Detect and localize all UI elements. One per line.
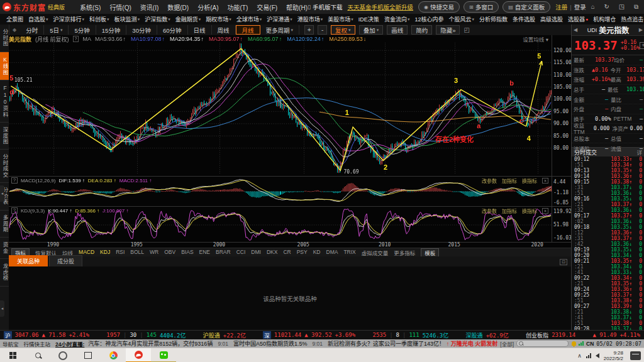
next-symbol-button[interactable]: ▶ (639, 27, 643, 33)
menu-item[interactable]: 行情(Q) (109, 3, 131, 12)
sidebar-tab-多周期[interactable]: 多周期 (0, 211, 9, 238)
start-button[interactable] (0, 348, 25, 362)
period-tab-15分钟[interactable]: 15分钟 (96, 25, 127, 35)
menu-item[interactable]: 系统(S) (80, 3, 101, 12)
time-sales-list[interactable]: 09:12103.33↑0:51103.34↑009:13103.35↑009:… (572, 156, 644, 332)
news-headline[interactable]: 富时中国A50指数期货跌1.5% (233, 339, 308, 348)
indicator-template-button[interactable]: 模板 (421, 248, 439, 257)
indicator-DMA[interactable]: DMA (326, 249, 338, 256)
indicator-虚拟成交量[interactable]: 虚拟成交量 (362, 249, 389, 256)
nav-item-资金流向[interactable]: 资金流向▾ (384, 15, 410, 23)
indicator-PSY[interactable]: PSY (297, 249, 308, 256)
sidebar-tab-龙虎榜[interactable]: 龙虎榜 (0, 259, 9, 287)
add-to-watchlist-button[interactable]: + (640, 42, 644, 49)
register-link[interactable]: 注册 (555, 4, 567, 11)
period-tab-30分钟[interactable]: 30分钟 (126, 25, 157, 35)
tool-叠加[interactable]: 叠加▾ (359, 25, 384, 35)
indicator-CR[interactable]: CR (283, 249, 291, 256)
period-tab-分时[interactable]: 分时 (20, 25, 44, 35)
home-refresh-skin-multiwindow-icons[interactable]: ⌂ ↻ ◳ ⧉ (591, 3, 642, 11)
indicator-BRAR[interactable]: BRAR (216, 249, 231, 256)
period-tab-60分钟[interactable]: 60分钟 (157, 25, 188, 35)
nav-item-金融期货[interactable]: 金融期货▾ (175, 15, 201, 23)
nav-item-全景图[interactable]: 全景图 (6, 15, 23, 23)
hgt-group[interactable]: 沪股通 +22.2亿 (203, 331, 246, 339)
mobile-download-link[interactable]: ▯手机版下载 (308, 3, 342, 11)
period-tab-5日[interactable]: 5日▾ (44, 25, 69, 35)
pane-tool-改参数[interactable]: 改参数 (482, 207, 497, 214)
nav-item-美股市场[interactable]: 美股市场▾ (328, 15, 353, 23)
taskbar-clock[interactable]: 9:28 2022/5/2 (604, 350, 623, 361)
help-icon[interactable]: ? (11, 177, 18, 184)
indicator-RSI[interactable]: RSI (116, 249, 125, 256)
eastmoney-taskbar-button[interactable] (126, 348, 151, 362)
help-icon[interactable]: ? (11, 207, 18, 214)
action-center-button[interactable] (630, 351, 641, 360)
menu-item[interactable]: 帮助(H) (286, 3, 308, 12)
tool-画线[interactable]: 画线 (387, 25, 408, 35)
menu-item[interactable]: 资讯(I) (140, 3, 158, 12)
sidebar-tab-资金[interactable]: 资金 (0, 238, 9, 259)
zoom-out-button[interactable]: - (318, 25, 327, 35)
indicator-TRIX[interactable]: TRIX (343, 249, 355, 256)
taskbar-search-button[interactable] (25, 348, 50, 362)
indicator-KD[interactable]: KD (313, 249, 321, 256)
sh-index-group[interactable]: 沪 3047.06 ▲ 71.58 +2.41% (4, 331, 89, 339)
sidebar-tab-分时成交[interactable]: 分时成交 (0, 150, 9, 183)
period-tab-周线[interactable]: 周线 (212, 25, 236, 35)
zoom-in-button[interactable]: + (304, 25, 314, 35)
login-link[interactable]: 登录 (574, 4, 586, 11)
ticker-search-input[interactable] (516, 340, 569, 347)
indicator-ENE[interactable]: ENE (199, 249, 210, 256)
live-24h-link[interactable]: 24小时直播: (55, 340, 84, 348)
period-tab-更多周期[interactable]: 更多周期▾ (260, 25, 300, 35)
tool-复权[interactable]: 复权▾ (331, 25, 355, 35)
sz-index-group[interactable]: 深 11021.44 ▲ 392.52 +3.69% (263, 331, 355, 339)
period-tab-5分钟[interactable]: 5分钟 (69, 25, 96, 35)
nav-item-12核心内参[interactable]: 12核心内参 (414, 15, 443, 23)
prev-symbol-button[interactable]: ◀ (574, 27, 577, 33)
period-tab-月线[interactable]: 月线 (236, 25, 260, 35)
menu-item[interactable]: 分析(A) (197, 3, 218, 12)
help-icon[interactable]: ? (73, 36, 79, 42)
nav-item-全球市场[interactable]: 全球市场▾ (236, 15, 262, 23)
nav-item-高级选股[interactable]: 高级选股 (540, 15, 563, 23)
quick-button-1[interactable]: ◉快捷交易 (418, 1, 460, 13)
tool-隐藏»[interactable]: 隐藏» (436, 25, 460, 35)
ticker-tag-1[interactable]: 导航宝 (3, 340, 19, 348)
nav-item-个股风云[interactable]: 个股风云▾ (448, 15, 474, 23)
nav-item-自选股[interactable]: 自选股▾ (28, 15, 48, 23)
related-tab-成分股[interactable]: 成分股 (49, 255, 82, 266)
nav-item-分析师指数[interactable]: 分析师指数 (479, 15, 508, 23)
sidebar-collapse-handle[interactable]: ◂ (0, 185, 4, 202)
menu-item[interactable]: 数据(D) (167, 3, 189, 12)
wechat-taskbar-button[interactable] (151, 348, 176, 362)
news-headline[interactable]: 汽车：神龙汽车4月实现开票8152辆，交付9316辆 (88, 339, 213, 348)
ticks-detail-link[interactable]: 详 (636, 148, 642, 156)
tool-简约[interactable]: 简约 (411, 25, 432, 35)
volume-icon[interactable] (596, 353, 599, 358)
indicator-DKX[interactable]: DKX (267, 249, 277, 256)
notification-bell-icon[interactable] (572, 341, 576, 346)
cortana-button[interactable] (50, 348, 75, 362)
hot-stock-alert[interactable]: ↑ 万隆光电 火箭发射 (447, 339, 498, 348)
menu-item[interactable]: 功能(T) (228, 3, 248, 12)
nav-item-机构增仓[interactable]: 机构增仓 (593, 15, 616, 23)
nav-item-沪深京排行[interactable]: 沪深京排行▾ (53, 15, 85, 23)
nav-item-热点追击[interactable]: 热点追击 (621, 15, 643, 23)
indicator-更多指标[interactable]: 更多指标 (394, 249, 415, 256)
nav-item-条件选股[interactable]: 条件选股 (513, 15, 535, 23)
indicator-DMI[interactable]: DMI (251, 249, 261, 256)
nav-item-IDE决策[interactable]: IDE决策 (358, 15, 379, 23)
sgt-group[interactable]: 深股通 +62.9亿 (466, 331, 509, 339)
nav-item-港股市场[interactable]: 港股市场▾ (297, 15, 323, 23)
nav-item-期权市场[interactable]: 期权市场▾ (206, 15, 231, 23)
period-tab-日线[interactable]: 日线 (188, 25, 212, 35)
task-view-button[interactable] (75, 348, 101, 362)
pane-tool-加指标[interactable]: 加指标 (502, 177, 517, 184)
panel-collapse-handle[interactable]: ◂ (0, 300, 4, 317)
nav-item-沪深指数[interactable]: 沪深指数▾ (145, 15, 170, 23)
pane-tool-改参数[interactable]: 改参数 (482, 177, 497, 184)
pane-tool-换指标[interactable]: 换指标 (522, 177, 537, 184)
indicator-CCI[interactable]: CCI (236, 249, 246, 256)
